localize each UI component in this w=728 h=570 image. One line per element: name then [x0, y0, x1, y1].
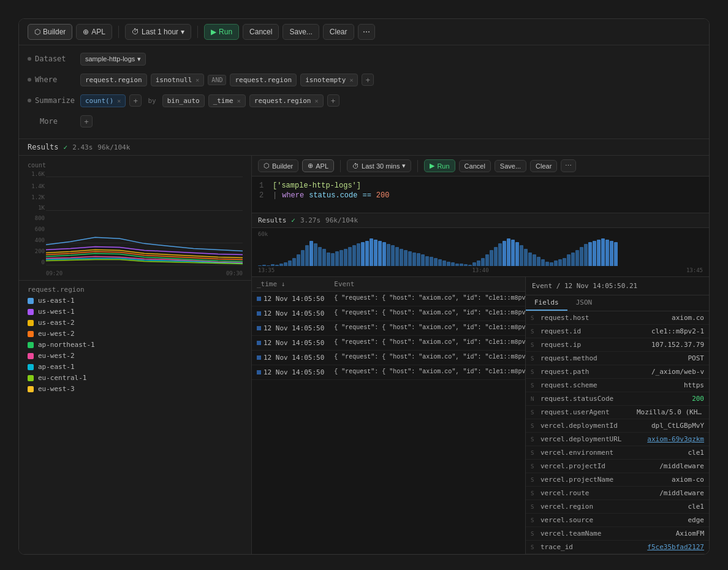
time-cell: 12 Nov 14:05:50	[252, 365, 329, 380]
inner-clear-button[interactable]: Clear	[530, 160, 557, 172]
toolbar-separator2	[197, 26, 198, 38]
inner-separator	[340, 160, 341, 172]
bar	[348, 247, 352, 267]
field-name: vercel.projectName	[540, 476, 668, 484]
run-button[interactable]: ▶ Run	[204, 24, 239, 40]
add-agg-button[interactable]: +	[129, 94, 142, 107]
time-cell: 12 Nov 14:05:50	[252, 351, 329, 365]
cancel-button[interactable]: Cancel	[243, 24, 279, 40]
add-more-button[interactable]: +	[80, 115, 93, 127]
table-body: 12 Nov 14:05:50 { "request": { "host": "…	[252, 292, 525, 380]
bar	[507, 238, 510, 266]
agg1-pill[interactable]: count() ✕	[80, 94, 126, 107]
bar	[387, 244, 390, 266]
inner-time-range[interactable]: ⏱ Last 30 mins ▾	[347, 159, 411, 172]
groupby2-remove-btn[interactable]: ✕	[237, 97, 241, 104]
bar	[580, 247, 583, 267]
field-name: trace_id	[540, 543, 643, 551]
field-type: S	[531, 355, 537, 362]
groupby1-pill[interactable]: bin_auto	[162, 94, 205, 107]
clear-button[interactable]: Clear	[323, 24, 354, 40]
field-value[interactable]: f5ce35bfad2127	[647, 543, 704, 551]
line-number-1: 1	[259, 181, 268, 190]
field-value: cle1	[688, 503, 705, 511]
field-name: request.statusCode	[540, 395, 688, 403]
filter2-op-pill[interactable]: isnotempty ✕	[300, 74, 358, 86]
bar	[438, 259, 442, 266]
field-type: S	[531, 517, 537, 523]
field-row: S request.method POST	[526, 352, 709, 365]
table-row[interactable]: 12 Nov 14:05:50 { "request": { "host": "…	[252, 306, 525, 321]
bar	[267, 265, 270, 267]
bar	[545, 262, 549, 267]
data-table-wrap[interactable]: _time ↓ Event 12 Nov 14:05:50 { "request…	[252, 277, 525, 554]
bar	[593, 241, 596, 266]
filter1-op-pill[interactable]: isnotnull ✕	[151, 74, 205, 86]
bar	[511, 240, 515, 267]
y-tick-1000: 1K	[28, 205, 45, 211]
apl-editor[interactable]: 1 ['sample-http-logs'] 2 | where status.…	[252, 177, 709, 213]
bar	[335, 251, 339, 266]
groupby3-remove-btn[interactable]: ✕	[315, 97, 319, 104]
blue-sq	[257, 341, 261, 345]
chart-x-labels: 09:20 09:30	[28, 269, 243, 276]
legend-color-us-west-1	[28, 309, 34, 315]
field-row: N request.statusCode 200	[526, 392, 709, 406]
bar	[605, 240, 609, 267]
builder-tab[interactable]: ⬡ Builder	[28, 24, 72, 40]
bar	[262, 265, 266, 266]
field-value: 107.152.37.79	[651, 341, 704, 349]
field-value[interactable]: axiom-69v3qzkm	[647, 435, 704, 443]
apl-icon: ⊕	[83, 28, 89, 36]
tab-json[interactable]: JSON	[567, 295, 601, 311]
legend-label-ap-east-1: ap-east-1	[38, 363, 75, 371]
inner-clock-icon: ⏱	[352, 162, 359, 170]
inner-run-button[interactable]: ▶ Run	[424, 159, 455, 172]
field-type: S	[531, 382, 537, 389]
y-tick-1600: 1.6K	[28, 171, 45, 177]
inner-builder-tab[interactable]: ⬡ Builder	[258, 159, 298, 172]
legend-label-eu-west-2: eu-west-2	[38, 330, 75, 338]
field-type: S	[531, 409, 537, 416]
field-name: request.method	[540, 354, 684, 362]
groupby2-pill[interactable]: _time ✕	[208, 94, 246, 107]
groupby3-pill[interactable]: request.region ✕	[249, 94, 324, 107]
legend-color-us-east-2	[28, 320, 34, 326]
inner-save-button[interactable]: Save...	[495, 160, 526, 172]
legend-color-eu-central-1	[28, 375, 34, 381]
filter2-field-pill[interactable]: request.region	[230, 74, 297, 86]
more-options-button[interactable]: ⋯	[358, 24, 375, 40]
filter1-remove-btn[interactable]: ✕	[195, 77, 199, 83]
bar	[400, 249, 403, 267]
field-type: S	[531, 342, 537, 348]
inner-cancel-button[interactable]: Cancel	[459, 160, 491, 172]
dataset-selector[interactable]: sample-http-logs ▾	[80, 53, 146, 66]
table-row[interactable]: 12 Nov 14:05:50 { "request": { "host": "…	[252, 351, 525, 365]
bar	[378, 241, 382, 266]
bar	[284, 262, 287, 266]
table-row[interactable]: 12 Nov 14:05:50 { "request": { "host": "…	[252, 365, 525, 380]
add-groupby-button[interactable]: +	[327, 94, 339, 107]
tab-fields[interactable]: Fields	[526, 295, 567, 311]
field-type: S	[531, 436, 537, 443]
table-row[interactable]: 12 Nov 14:05:50 { "request": { "host": "…	[252, 336, 525, 351]
inner-apl-tab[interactable]: ⊕ APL	[302, 159, 334, 172]
table-row[interactable]: 12 Nov 14:05:50 { "request": { "host": "…	[252, 321, 525, 336]
results-count: 96k/104k	[97, 143, 130, 151]
save-button[interactable]: Save...	[282, 24, 319, 40]
filter2-remove-btn[interactable]: ✕	[349, 77, 353, 83]
inner-more-button[interactable]: ⋯	[561, 159, 576, 172]
table-row[interactable]: 12 Nov 14:05:50 { "request": { "host": "…	[252, 292, 525, 306]
time-range-selector[interactable]: ⏱ Last 1 hour ▾	[125, 24, 191, 40]
filter1-field-pill[interactable]: request.region	[80, 74, 147, 86]
agg1-remove-btn[interactable]: ✕	[117, 97, 121, 104]
bar	[563, 258, 566, 267]
field-value: cle1::m8pv2-1	[651, 327, 704, 335]
apl-tab[interactable]: ⊕ APL	[76, 24, 112, 40]
list-item: eu-west-2	[28, 352, 243, 360]
add-filter-button[interactable]: +	[362, 74, 374, 86]
field-type: N	[531, 396, 537, 402]
where-label: Where	[28, 75, 77, 84]
field-name: vercel.environment	[540, 449, 684, 457]
results2-time: 3.27s	[300, 216, 320, 224]
